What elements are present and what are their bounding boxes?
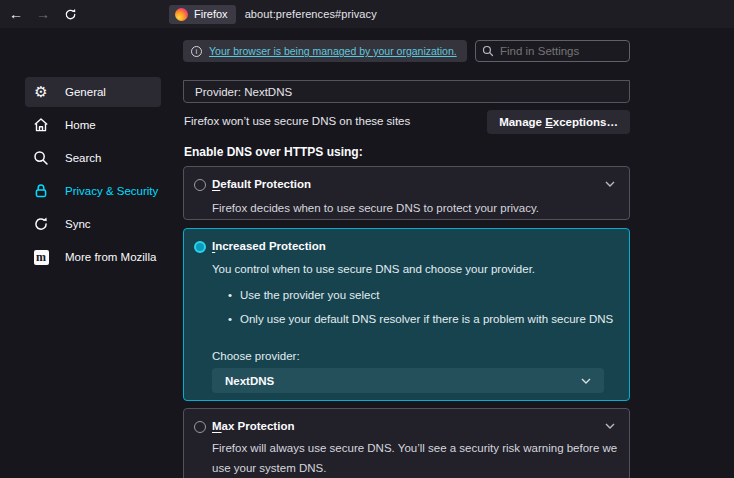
managed-notice: i Your browser is being managed by your … (183, 40, 467, 62)
bullet-item: Only use your default DNS resolver if th… (228, 313, 613, 325)
search-icon (33, 150, 49, 166)
exceptions-label: Firefox won’t use secure DNS on these si… (184, 115, 410, 127)
browser-toolbar: ← → Firefox about:preferences#privacy (0, 0, 734, 28)
option-default-protection[interactable]: Default Protection Firefox decides when … (183, 166, 630, 220)
option-max-protection[interactable]: Max Protection Firefox will always use s… (183, 408, 630, 478)
find-in-settings-input[interactable] (475, 40, 630, 62)
max-protection-title: Max Protection (212, 420, 294, 432)
default-protection-title: Default Protection (212, 178, 311, 190)
privacy-settings-content: i Your browser is being managed by your … (183, 28, 734, 478)
lock-icon (33, 183, 49, 199)
increased-protection-radio[interactable] (194, 241, 206, 253)
default-protection-radio[interactable] (194, 179, 206, 191)
gear-icon: ⚙ (33, 84, 49, 100)
back-icon[interactable]: ← (5, 4, 27, 24)
chevron-down-icon[interactable] (605, 181, 615, 187)
max-protection-description: Firefox will always use secure DNS. You’… (212, 438, 620, 478)
increased-protection-description: You control when to use secure DNS and c… (212, 259, 535, 279)
info-icon: i (191, 46, 202, 57)
exceptions-row: Firefox won’t use secure DNS on these si… (183, 110, 630, 134)
forward-icon[interactable]: → (32, 4, 54, 24)
url-text: about:preferences#privacy (245, 8, 377, 20)
chevron-down-icon[interactable] (605, 423, 615, 429)
dns-provider-status: Provider: NextDNS (183, 80, 630, 103)
provider-dropdown[interactable]: NextDNS (212, 368, 604, 393)
chip-label: Firefox (194, 8, 228, 20)
sidebar-item-search[interactable]: Search (25, 143, 161, 173)
bullet-item: Use the provider you select (228, 289, 613, 301)
chevron-down-icon (581, 378, 591, 384)
increased-protection-bullets: Use the provider you select Only use you… (228, 289, 613, 337)
default-protection-description: Firefox decides when to use secure DNS t… (212, 198, 539, 218)
search-glass-icon (482, 45, 494, 57)
sidebar-item-general[interactable]: ⚙ General (25, 77, 161, 107)
sidebar-item-more-from-mozilla[interactable]: m More from Mozilla (25, 242, 161, 272)
provider-dropdown-value: NextDNS (225, 375, 274, 387)
firefox-search-chip[interactable]: Firefox (169, 5, 236, 24)
managed-by-organization-link[interactable]: Your browser is being managed by your or… (209, 45, 457, 57)
settings-sidebar: ⚙ General Home Search (0, 28, 183, 478)
option-increased-protection[interactable]: Increased Protection You control when to… (183, 228, 630, 401)
address-bar[interactable]: Firefox about:preferences#privacy (169, 3, 377, 25)
choose-provider-label: Choose provider: (212, 350, 300, 362)
max-protection-radio[interactable] (194, 421, 206, 433)
home-icon (33, 117, 49, 133)
manage-exceptions-button[interactable]: Manage Exceptions… (487, 110, 630, 134)
sidebar-item-home[interactable]: Home (25, 110, 161, 140)
reload-icon[interactable] (59, 4, 81, 24)
firefox-logo-icon (175, 8, 188, 21)
firefox-window: ← → Firefox about:preferences#privacy ⚙ … (0, 0, 734, 478)
mozilla-icon: m (33, 249, 49, 265)
sidebar-item-sync[interactable]: Sync (25, 209, 161, 239)
sync-icon (33, 216, 49, 232)
increased-protection-title: Increased Protection (212, 240, 326, 252)
sidebar-item-privacy-security[interactable]: Privacy & Security (25, 176, 161, 206)
dns-over-https-heading: Enable DNS over HTTPS using: (184, 145, 363, 159)
